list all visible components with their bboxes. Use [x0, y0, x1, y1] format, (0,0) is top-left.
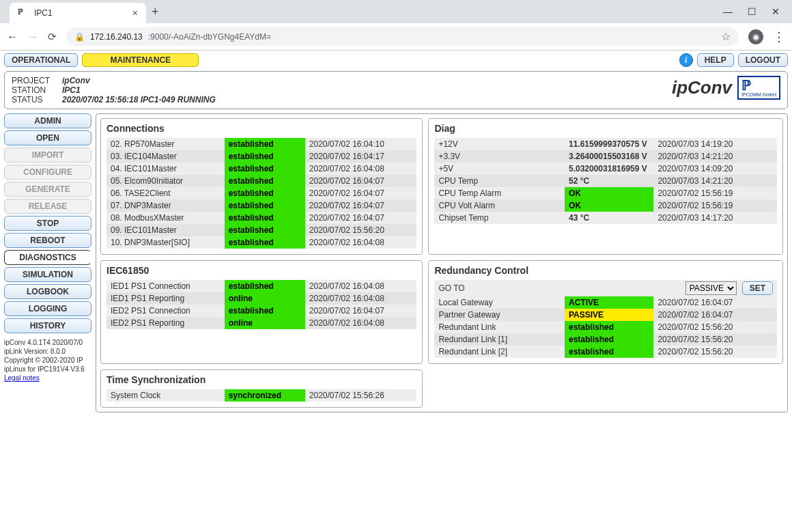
- sidebar-item-logbook[interactable]: LOGBOOK: [4, 284, 91, 299]
- panel-title: Time Synchronization: [107, 374, 416, 385]
- row-name: 09. IEC101Master: [107, 224, 225, 236]
- panel-redundancy: Redundancy Control GO TO PASSIVE SET Loc…: [428, 260, 783, 364]
- row-status: established: [225, 175, 305, 187]
- sidebar-item-simulation[interactable]: SIMULATION: [4, 267, 91, 282]
- row-status: established: [225, 187, 305, 199]
- project-value: ipConv: [62, 76, 90, 85]
- sidebar-item-reboot[interactable]: REBOOT: [4, 233, 91, 248]
- row-name: 03. IEC104Master: [107, 150, 225, 163]
- table-row: IED1 PS1 Connectionestablished2020/07/02…: [107, 280, 416, 292]
- window-controls: ― ☐ ✕: [723, 6, 787, 17]
- new-tab-button[interactable]: +: [152, 5, 159, 19]
- table-row: +5V5.03200031816959 V2020/07/03 14:09:20: [434, 163, 777, 175]
- logout-button[interactable]: LOGOUT: [738, 53, 788, 67]
- row-name: CPU Temp Alarm: [434, 187, 565, 199]
- back-icon[interactable]: ←: [7, 31, 18, 43]
- bookmark-star-icon[interactable]: ☆: [721, 30, 731, 43]
- row-status: 11.6159999370575 V: [565, 138, 653, 150]
- row-status: ACTIVE: [565, 296, 653, 309]
- table-row: System Clocksynchronized2020/07/02 15:56…: [107, 389, 416, 402]
- row-name: 06. TASE2Client: [107, 187, 225, 199]
- close-window-icon[interactable]: ✕: [772, 6, 780, 17]
- url-input[interactable]: 🔒 172.16.240.13:9000/-AoAiZn-dbYGNg4EAYd…: [66, 27, 739, 46]
- station-value: IPC1: [62, 85, 81, 95]
- panel-diag: Diag +12V11.6159999370575 V2020/07/03 14…: [428, 118, 783, 255]
- tab-close-icon[interactable]: ×: [132, 8, 138, 18]
- row-timestamp: 2020/07/02 16:04:07: [305, 187, 417, 199]
- panel-connections: Connections 02. RP570Masterestablished20…: [100, 118, 423, 255]
- maintenance-button[interactable]: MAINTENANCE: [82, 53, 199, 67]
- row-name: +3.3V: [434, 150, 565, 163]
- address-bar: ← → ⟳ 🔒 172.16.240.13:9000/-AoAiZn-dbYGN…: [0, 23, 792, 50]
- row-timestamp: 2020/07/03 14:21:20: [653, 175, 777, 187]
- sidebar-item-admin[interactable]: ADMIN: [4, 113, 91, 128]
- panel-title: Redundancy Control: [434, 265, 777, 276]
- brand: ipConv ℙIPCOMM GmbH: [672, 76, 780, 100]
- sidebar-item-open[interactable]: OPEN: [4, 130, 91, 145]
- table-row: 08. ModbusXMasterestablished2020/07/02 1…: [107, 212, 416, 224]
- project-header: PROJECTipConv STATIONIPC1 STATUS2020/07/…: [4, 71, 788, 109]
- row-name: Chipset Temp: [434, 212, 565, 224]
- goto-row: GO TO PASSIVE SET: [434, 280, 777, 296]
- row-name: Redundant Link [1]: [434, 333, 565, 346]
- main-layout: ADMINOPENIMPORTCONFIGUREGENERATERELEASES…: [0, 113, 792, 412]
- legal-notes-link[interactable]: Legal notes: [4, 374, 40, 382]
- row-name: Partner Gateway: [434, 309, 565, 321]
- row-status: established: [225, 280, 305, 292]
- row-timestamp: 2020/07/03 14:19:20: [653, 138, 777, 150]
- row-status: online: [225, 317, 305, 329]
- tab-title: IPC1: [34, 8, 53, 18]
- project-label: PROJECT: [12, 76, 53, 85]
- sidebar-item-stop[interactable]: STOP: [4, 216, 91, 231]
- row-status: 5.03200031816959 V: [565, 163, 653, 175]
- row-status: established: [565, 321, 653, 333]
- status-label: STATUS: [12, 95, 53, 104]
- row-name: 08. ModbusXMaster: [107, 212, 225, 224]
- browser-tab[interactable]: ℙ IPC1 ×: [10, 3, 146, 23]
- brand-logo-icon: ℙIPCOMM GmbH: [737, 76, 780, 100]
- panel-title: Connections: [107, 123, 416, 134]
- row-timestamp: 2020/07/02 16:04:17: [305, 150, 417, 163]
- help-button[interactable]: HELP: [697, 53, 734, 67]
- sidebar-item-diagnostics[interactable]: DIAGNOSTICS: [4, 250, 91, 265]
- profile-avatar-icon[interactable]: ◉: [748, 29, 763, 44]
- info-icon[interactable]: i: [679, 53, 693, 67]
- row-timestamp: 2020/07/03 14:17:20: [653, 212, 777, 224]
- sidebar-item-history[interactable]: HISTORY: [4, 318, 91, 333]
- operational-button[interactable]: OPERATIONAL: [4, 53, 78, 67]
- row-timestamp: 2020/07/02 16:04:08: [305, 292, 417, 305]
- row-name: 02. RP570Master: [107, 138, 225, 150]
- maximize-icon[interactable]: ☐: [748, 6, 756, 17]
- table-row: 09. IEC101Masterestablished2020/07/02 15…: [107, 224, 416, 236]
- panel-timesync: Time Synchronization System Clocksynchro…: [100, 369, 423, 408]
- row-status: 3.26400015503168 V: [565, 150, 653, 163]
- row-status: established: [225, 212, 305, 224]
- row-name: CPU Volt Alarm: [434, 199, 565, 212]
- row-name: CPU Temp: [434, 175, 565, 187]
- table-row: 04. IEC101Masterestablished2020/07/02 16…: [107, 163, 416, 175]
- row-timestamp: 2020/07/03 14:21:20: [653, 150, 777, 163]
- table-row: IED1 PS1 Reportingonline2020/07/02 16:04…: [107, 292, 416, 305]
- row-status: synchronized: [225, 389, 305, 402]
- status-value: 2020/07/02 15:56:18 IPC1-049 RUNNING: [62, 95, 216, 104]
- reload-icon[interactable]: ⟳: [48, 31, 57, 43]
- table-row: Redundant Linkestablished2020/07/02 15:5…: [434, 321, 777, 333]
- row-timestamp: 2020/07/02 16:04:07: [305, 305, 417, 317]
- row-status: established: [225, 199, 305, 212]
- sidebar-item-logging[interactable]: LOGGING: [4, 301, 91, 316]
- row-status: established: [225, 236, 305, 249]
- row-status: established: [565, 333, 653, 346]
- minimize-icon[interactable]: ―: [723, 6, 733, 17]
- set-button[interactable]: SET: [742, 281, 773, 295]
- row-timestamp: 2020/07/02 15:56:20: [653, 346, 777, 358]
- url-host: 172.16.240.13: [90, 32, 143, 42]
- goto-select[interactable]: PASSIVE: [685, 281, 737, 295]
- row-timestamp: 2020/07/02 16:04:07: [653, 296, 777, 309]
- app-topbar: OPERATIONAL MAINTENANCE i HELP LOGOUT: [0, 51, 792, 70]
- forward-icon: →: [27, 31, 38, 43]
- titlebar: ℙ IPC1 × + ― ☐ ✕: [0, 0, 792, 23]
- row-name: IED2 PS1 Connection: [107, 305, 225, 317]
- content-grid: Connections 02. RP570Masterestablished20…: [96, 113, 788, 412]
- table-row: 07. DNP3Masterestablished2020/07/02 16:0…: [107, 199, 416, 212]
- kebab-menu-icon[interactable]: ⋮: [773, 29, 785, 44]
